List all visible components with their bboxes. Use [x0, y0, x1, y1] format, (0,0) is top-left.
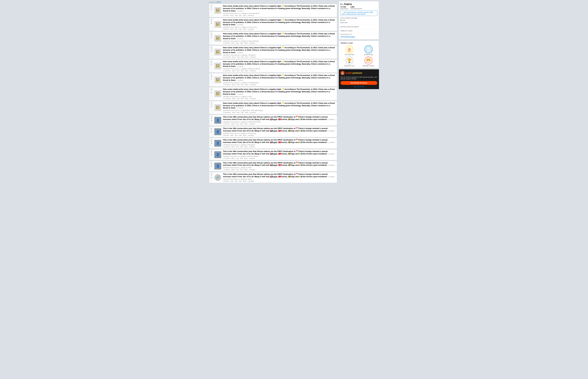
post-title[interactable]: How some media write every story about C…	[223, 19, 336, 26]
post-action-report[interactable]: report	[245, 84, 249, 86]
upvote-btn[interactable]: ▲	[210, 139, 212, 141]
post-action-crosspost[interactable]: crosspost	[249, 123, 255, 125]
post-action-hide[interactable]: hide	[241, 98, 244, 99]
upvote-btn[interactable]: ▲	[210, 46, 212, 48]
post-action-hide[interactable]: hide	[240, 123, 243, 125]
post-title[interactable]: This is the 34th consecutive year that A…	[223, 173, 336, 178]
post-action-save[interactable]: save	[235, 180, 238, 182]
post-action-share[interactable]: share	[232, 98, 236, 99]
upvote-btn[interactable]: ▲	[210, 60, 212, 62]
upvote-btn[interactable]: ▲	[210, 18, 212, 20]
post-action-save[interactable]: save	[235, 15, 238, 16]
post-action-3comments[interactable]: 3 comments	[223, 112, 231, 113]
post-action-report[interactable]: report	[244, 42, 248, 44]
upvote-btn[interactable]: ▲	[210, 5, 212, 7]
post-action-save[interactable]: save	[237, 70, 239, 72]
post-action-share[interactable]: share	[232, 112, 236, 113]
mod-sub-link[interactable]: r/NewsWithJingjing	[340, 36, 355, 38]
help-link[interactable]: get them help and support	[340, 26, 377, 28]
downvote-btn[interactable]: ▼	[210, 131, 212, 133]
post-action-save[interactable]: save	[236, 146, 239, 148]
post-title[interactable]: How some media write every story about C…	[223, 60, 336, 68]
post-action-1comment[interactable]: 1 comment	[223, 169, 230, 171]
post-title[interactable]: How some media write every story about C…	[223, 102, 336, 109]
block-user-link[interactable]: block user	[340, 21, 377, 24]
post-action-save[interactable]: save	[237, 56, 239, 58]
premium-promo-link[interactable]: ✨ get extra features and help support re…	[340, 10, 377, 16]
post-action-report[interactable]: report	[244, 146, 248, 148]
upvote-btn[interactable]: ▲	[210, 150, 212, 152]
post-action-report[interactable]: report	[243, 135, 246, 136]
post-action-share[interactable]: share	[231, 169, 235, 171]
post-action-crosspost[interactable]: crosspost	[250, 70, 256, 72]
post-action-comment[interactable]: comment	[223, 180, 229, 182]
post-action-share[interactable]: share	[232, 70, 236, 72]
get-premium-button[interactable]: Get Reddit Premium	[340, 81, 377, 85]
downvote-btn[interactable]: ▼	[210, 106, 212, 108]
post-action-report[interactable]: report	[245, 56, 249, 58]
post-action-hide[interactable]: hide	[241, 84, 244, 86]
downvote-btn[interactable]: ▼	[210, 22, 212, 24]
post-action-share[interactable]: share	[231, 123, 235, 125]
downvote-btn[interactable]: ▼	[210, 119, 212, 121]
post-action-share[interactable]: share	[230, 180, 234, 182]
post-action-report[interactable]: report	[244, 169, 248, 171]
post-action-share[interactable]: share	[230, 135, 234, 136]
post-title[interactable]: This is the 34th consecutive year that A…	[223, 116, 336, 121]
post-action-crosspost[interactable]: crosspost	[250, 56, 256, 58]
post-action-share[interactable]: share	[232, 56, 236, 58]
post-action-crosspost[interactable]: crosspost	[250, 98, 256, 99]
post-action-save[interactable]: save	[237, 84, 239, 86]
post-action-save[interactable]: save	[235, 135, 238, 136]
post-action-hide[interactable]: hide	[241, 112, 244, 113]
post-title[interactable]: How some media write every story about C…	[223, 47, 336, 54]
post-action-crosspost[interactable]: crosspost	[248, 135, 254, 136]
post-action-1comment[interactable]: 1 comment	[223, 146, 230, 148]
post-action-hide[interactable]: hide	[241, 56, 244, 58]
post-action-share[interactable]: share	[232, 84, 236, 86]
post-title[interactable]: This is the 34th consecutive year that A…	[223, 127, 336, 132]
post-action-report[interactable]: report	[245, 70, 249, 72]
post-action-2comments[interactable]: 2 comments	[223, 84, 231, 86]
post-action-report[interactable]: report	[245, 112, 249, 113]
post-action-hide[interactable]: hide	[239, 15, 242, 16]
post-title[interactable]: How some media write every story about C…	[223, 32, 336, 40]
post-action-1comment[interactable]: 1 comment	[223, 158, 230, 159]
downvote-btn[interactable]: ▼	[210, 8, 212, 11]
downvote-btn[interactable]: ▼	[210, 64, 212, 66]
post-action-share[interactable]: share	[231, 158, 235, 159]
upvote-btn[interactable]: ▲	[210, 115, 212, 118]
post-action-1comment[interactable]: 1 comment	[223, 42, 230, 44]
send-pm-link[interactable]: send a private message	[340, 17, 377, 19]
post-action-comment[interactable]: comment	[223, 135, 229, 136]
post-action-save[interactable]: save	[236, 169, 239, 171]
post-action-4comments[interactable]: 4 comments	[223, 70, 231, 72]
post-action-crosspost[interactable]: crosspost	[248, 15, 254, 16]
post-action-2comments[interactable]: 2 comments	[223, 56, 231, 58]
upvote-btn[interactable]: ▲	[210, 173, 212, 175]
downvote-btn[interactable]: ▼	[210, 142, 212, 144]
post-action-share[interactable]: share	[231, 146, 235, 148]
post-action-save[interactable]: save	[236, 42, 239, 44]
post-action-save[interactable]: save	[236, 123, 239, 125]
post-action-crosspost[interactable]: crosspost	[249, 169, 255, 171]
downvote-btn[interactable]: ▼	[210, 50, 212, 52]
post-action-crosspost[interactable]: crosspost	[249, 42, 255, 44]
post-title[interactable]: This is the 34th consecutive year that A…	[223, 139, 336, 144]
post-action-share[interactable]: share	[230, 28, 234, 30]
downvote-btn[interactable]: ▼	[210, 165, 212, 167]
post-action-crosspost[interactable]: crosspost	[249, 158, 255, 159]
post-action-crosspost[interactable]: crosspost	[249, 146, 255, 148]
post-action-hide[interactable]: hide	[240, 42, 243, 44]
post-title[interactable]: This is the 34th consecutive year that A…	[223, 162, 336, 167]
post-action-crosspost[interactable]: crosspost	[250, 112, 256, 113]
sort-new-link[interactable]: new	[217, 1, 221, 3]
post-action-report[interactable]: report	[243, 180, 246, 182]
post-action-comment[interactable]: comment	[223, 28, 229, 30]
downvote-btn[interactable]: ▼	[210, 36, 212, 38]
upvote-btn[interactable]: ▲	[210, 88, 212, 90]
post-action-hide[interactable]: hide	[239, 28, 242, 30]
post-title[interactable]: How some media write every story about C…	[223, 88, 336, 95]
upvote-btn[interactable]: ▲	[210, 161, 212, 163]
post-action-crosspost[interactable]: crosspost	[250, 84, 256, 86]
